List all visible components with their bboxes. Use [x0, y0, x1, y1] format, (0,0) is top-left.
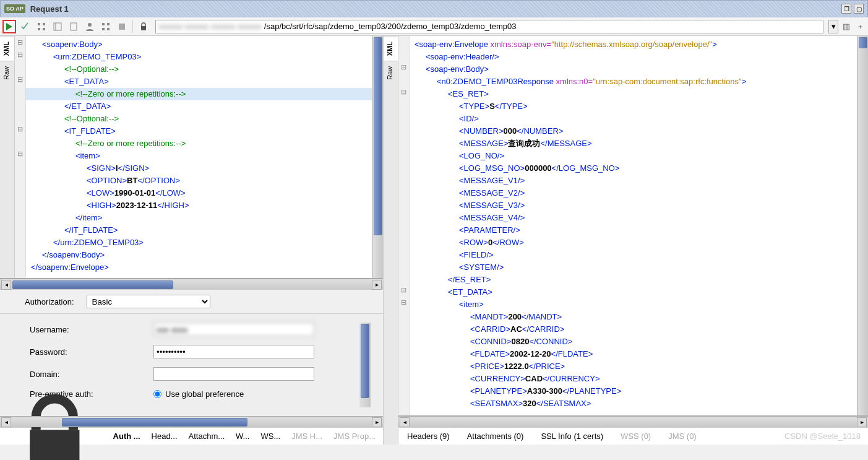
- tab-resp-wss[interactable]: WSS (0): [617, 429, 655, 443]
- restore-button[interactable]: ▢: [854, 4, 864, 14]
- tab-wsa[interactable]: W...: [233, 429, 252, 443]
- soap-badge-icon: SO AP: [4, 4, 25, 13]
- svg-rect-13: [119, 24, 125, 30]
- preemptive-global-radio[interactable]: [153, 390, 161, 398]
- tab-jms-props[interactable]: JMS Prop...: [331, 429, 378, 443]
- tab-headers[interactable]: Head...: [149, 429, 180, 443]
- window-titlebar: SO AP Request 1 ❐ ▢: [0, 0, 868, 17]
- window-title: Request 1: [30, 4, 839, 14]
- svg-rect-1: [38, 23, 40, 25]
- auth-header: Authorization: Basic: [0, 290, 383, 314]
- tab-response-raw[interactable]: Raw: [384, 61, 398, 85]
- lock-icon: [137, 20, 150, 33]
- stop-button[interactable]: [19, 20, 32, 33]
- request-fold-gutter: ⊟⊟⊟⊟⊟: [15, 36, 26, 278]
- request-hscrollbar[interactable]: ◂ ▸: [0, 279, 383, 290]
- svg-marker-0: [6, 23, 12, 30]
- tab-raw[interactable]: Raw: [0, 61, 14, 85]
- preemptive-global-label: Use global preference: [165, 389, 244, 399]
- svg-point-8: [88, 23, 92, 27]
- response-view-tabs: XML Raw: [384, 36, 398, 445]
- svg-rect-9: [102, 23, 105, 25]
- svg-rect-15: [30, 430, 79, 460]
- tab-response-xml[interactable]: XML: [384, 36, 398, 61]
- left-bottom-hscrollbar[interactable]: ◂ ▸: [0, 416, 383, 427]
- grid-button[interactable]: [99, 20, 113, 33]
- config-button[interactable]: [51, 20, 64, 33]
- authorization-type-select[interactable]: Basic: [87, 295, 210, 308]
- tab-wsrm[interactable]: WS...: [258, 429, 283, 443]
- svg-rect-10: [107, 23, 110, 25]
- raw-button[interactable]: [67, 20, 80, 33]
- user-button[interactable]: [83, 20, 97, 33]
- svg-rect-5: [54, 23, 61, 30]
- tab-attachments[interactable]: Attachm...: [186, 429, 228, 443]
- request-property-tabs: Auth ... Head... Attachm... W... WS... J…: [0, 427, 383, 445]
- svg-rect-14: [141, 26, 146, 30]
- domain-label: Domain:: [30, 370, 153, 379]
- tab-jms-headers[interactable]: JMS H...: [289, 429, 325, 443]
- tab-resp-attachments[interactable]: Attachments (0): [463, 429, 528, 443]
- svg-rect-11: [102, 28, 105, 30]
- request-vscrollbar[interactable]: [372, 36, 383, 278]
- password-input[interactable]: [153, 345, 314, 358]
- url-host-blurred: xxxxxx xxxxxx xxxxxx xxxxxx: [158, 22, 262, 31]
- run-button[interactable]: [2, 20, 16, 33]
- add-button[interactable]: ＋: [854, 20, 866, 33]
- request-view-tabs: XML Raw: [0, 36, 15, 278]
- url-path: /sap/bc/srt/rfc/sap/zdemo_temp03/200/zde…: [264, 22, 517, 31]
- filter-button[interactable]: ▥: [841, 20, 852, 33]
- request-xml-editor[interactable]: <soapenv:Body><urn:ZDEMO_TEMP03><!--Opti…: [26, 36, 372, 278]
- authorization-label: Authorization:: [25, 297, 74, 306]
- tab-xml[interactable]: XML: [0, 36, 14, 61]
- tab-resp-jms[interactable]: JMS (0): [664, 429, 700, 443]
- auth-vscrollbar[interactable]: [359, 323, 371, 407]
- stop-square-button[interactable]: [115, 20, 129, 33]
- maximize-button[interactable]: ❐: [841, 4, 851, 14]
- response-vscrollbar[interactable]: [857, 36, 868, 415]
- username-input[interactable]: [153, 323, 314, 336]
- add-assertion-button[interactable]: [35, 20, 48, 33]
- toolbar: xxxxxx xxxxxx xxxxxx xxxxxx /sap/bc/srt/…: [0, 17, 868, 36]
- response-hscrollbar[interactable]: ◂ ▸: [398, 416, 868, 427]
- response-property-tabs: Headers (9) Attachments (0) SSL Info (1 …: [398, 427, 868, 445]
- tab-resp-sslinfo[interactable]: SSL Info (1 certs): [537, 429, 607, 443]
- username-label: Username:: [30, 325, 153, 334]
- tab-auth[interactable]: Auth ...: [111, 429, 143, 443]
- password-label: Password:: [30, 347, 153, 357]
- response-fold-gutter: ⊟⊟⊟⊟: [398, 36, 410, 415]
- endpoint-url-input[interactable]: xxxxxx xxxxxx xxxxxx xxxxxx /sap/bc/srt/…: [155, 20, 823, 33]
- tab-resp-headers[interactable]: Headers (9): [403, 429, 453, 443]
- svg-rect-4: [43, 28, 45, 30]
- svg-rect-3: [38, 28, 40, 30]
- svg-rect-12: [107, 28, 110, 30]
- svg-rect-2: [43, 23, 45, 25]
- watermark: CSDN @Seele_1018: [784, 432, 861, 441]
- url-dropdown-button[interactable]: ▾: [828, 20, 838, 33]
- response-xml-viewer[interactable]: <soap-env:Envelope xmlns:soap-env="http:…: [410, 36, 857, 415]
- domain-input[interactable]: [153, 367, 314, 381]
- svg-rect-7: [71, 23, 77, 30]
